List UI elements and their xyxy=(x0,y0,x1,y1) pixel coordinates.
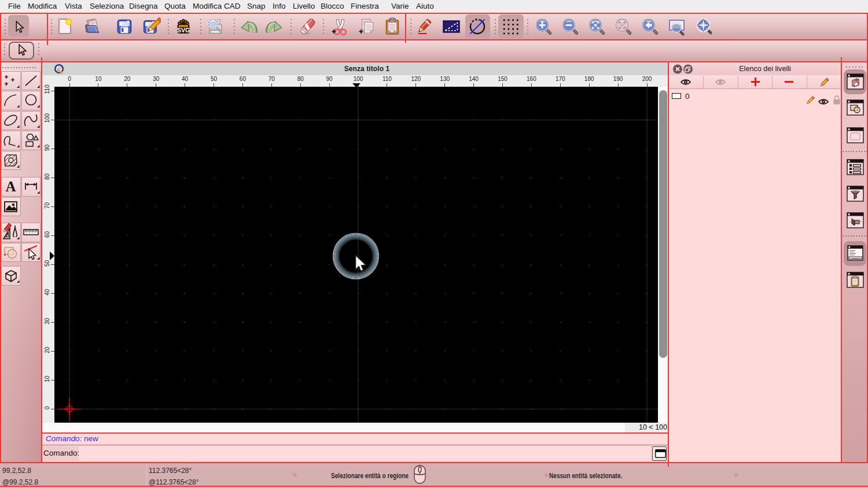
svg-text:SVG: SVG xyxy=(177,27,190,34)
svg-text:A: A xyxy=(5,179,16,194)
